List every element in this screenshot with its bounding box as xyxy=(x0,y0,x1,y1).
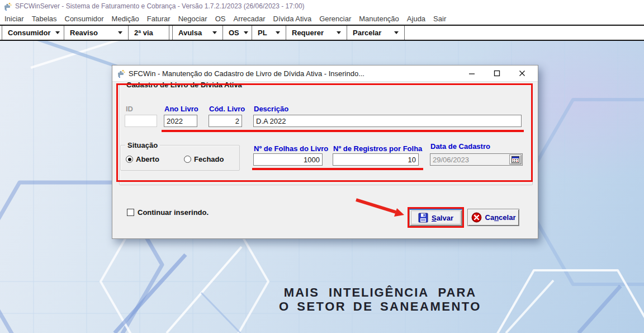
window-title: SFCWinServer - Sistema de Faturamento e … xyxy=(15,2,305,10)
toolbar-2avia-button[interactable]: 2ª via xyxy=(129,26,169,40)
data-cadastro-value: 29/06/2023 xyxy=(433,156,469,164)
watermark-slogan: MAIS INTELIGÊNCIA PARA O SETOR DE SANEAM… xyxy=(246,285,514,313)
continuar-inserindo-checkbox[interactable]: Continuar inserindo. xyxy=(127,208,209,217)
menu-gerenciar[interactable]: Gerenciar xyxy=(315,15,355,23)
checkbox-box[interactable] xyxy=(127,209,134,216)
menu-consumidor[interactable]: Consumidor xyxy=(61,15,108,23)
menu-bar: Iniciar Tabelas Consumidor Medição Fatur… xyxy=(0,12,644,25)
radio-fechado-label: Fechado xyxy=(194,155,224,163)
dropdown-arrow-icon[interactable] xyxy=(212,31,217,34)
menu-tabelas[interactable]: Tabelas xyxy=(28,15,61,23)
minimize-button[interactable] xyxy=(459,65,484,81)
folhas-field[interactable] xyxy=(253,153,323,166)
menu-arrecadar[interactable]: Arrecadar xyxy=(229,15,269,23)
id-label: ID xyxy=(126,105,133,113)
dropdown-arrow-icon[interactable] xyxy=(118,31,122,34)
radio-aberto[interactable]: Aberto xyxy=(126,155,159,163)
registros-label: Nº de Registros por Folha xyxy=(333,144,422,153)
registros-field[interactable] xyxy=(333,153,419,166)
dropdown-arrow-icon[interactable] xyxy=(394,31,399,34)
menu-negociar[interactable]: Negociar xyxy=(174,15,211,23)
save-button-label: Salvar xyxy=(432,214,453,222)
watermark-line2: O SETOR DE SANEAMENTO xyxy=(246,299,514,313)
calendar-button[interactable] xyxy=(509,154,522,165)
descricao-field[interactable] xyxy=(253,115,522,127)
menu-manutencao[interactable]: Manutenção xyxy=(355,15,403,23)
menu-iniciar[interactable]: Iniciar xyxy=(1,15,28,23)
maximize-button[interactable] xyxy=(484,65,509,81)
dialog-titlebar[interactable]: SFCWin - Manutenção do Cadastro de Livro… xyxy=(112,65,538,82)
toolbar-avulsa-label: Avulsa xyxy=(178,29,202,37)
annotation-save-frame: Salvar xyxy=(408,207,464,228)
toolbar-parcelar-label: Parcelar xyxy=(353,29,381,37)
cadastro-group-title: Cadastro de Livro de Dívida Ativa xyxy=(124,81,244,89)
cod-livro-field[interactable] xyxy=(209,115,242,127)
ano-livro-label: Ano Livro xyxy=(164,105,198,113)
cancel-button-label: Cancelar xyxy=(485,213,516,222)
cancel-icon xyxy=(471,212,482,223)
dialog-window: SFCWin - Manutenção do Cadastro de Livro… xyxy=(112,65,538,239)
save-button[interactable]: Salvar xyxy=(409,209,462,226)
toolbar-os-label: OS xyxy=(229,29,239,37)
folhas-label: Nº de Folhas do Livro xyxy=(254,144,328,153)
dialog-window-controls xyxy=(459,65,534,81)
toolbar-requerer-button[interactable]: Requerer xyxy=(286,26,347,40)
ano-livro-field[interactable] xyxy=(164,115,197,127)
radio-aberto-label: Aberto xyxy=(136,155,159,163)
dialog-icon xyxy=(117,69,125,78)
calendar-icon xyxy=(512,156,519,163)
toolbar-reaviso-label: Reaviso xyxy=(70,29,98,37)
menu-divida-ativa[interactable]: Dívida Ativa xyxy=(269,15,316,23)
menu-medicao[interactable]: Medição xyxy=(108,15,143,23)
dropdown-arrow-icon[interactable] xyxy=(55,31,60,34)
toolbar-avulsa-button[interactable]: Avulsa xyxy=(172,26,223,40)
toolbar-parcelar-button[interactable]: Parcelar xyxy=(347,26,405,40)
app-icon xyxy=(3,2,12,11)
data-cadastro-label: Data de Cadastro xyxy=(430,142,490,151)
toolbar: Consumidor Reaviso 2ª via Avulsa OS PL R… xyxy=(0,25,644,41)
data-cadastro-field[interactable]: 29/06/2023 xyxy=(430,153,523,166)
menu-ajuda[interactable]: Ajuda xyxy=(403,15,429,23)
toolbar-pl-button[interactable]: PL xyxy=(252,26,286,40)
menu-sair[interactable]: Sair xyxy=(429,15,450,23)
toolbar-pl-label: PL xyxy=(258,29,267,37)
toolbar-requerer-label: Requerer xyxy=(292,29,324,37)
watermark-line1: MAIS INTELIGÊNCIA PARA xyxy=(246,285,514,299)
minimize-icon xyxy=(467,69,476,78)
close-button[interactable] xyxy=(509,65,534,81)
checkbox-label: Continuar inserindo. xyxy=(138,208,209,217)
descricao-label: Descrição xyxy=(254,105,288,113)
cancel-button[interactable]: Cancelar xyxy=(467,209,519,226)
save-floppy-icon xyxy=(418,213,428,223)
dropdown-arrow-icon[interactable] xyxy=(244,31,248,34)
close-icon xyxy=(518,69,527,78)
dialog-title: SFCWin - Manutenção do Cadastro de Livro… xyxy=(129,69,364,78)
menu-os[interactable]: OS xyxy=(211,15,230,23)
toolbar-2avia-label: 2ª via xyxy=(134,29,153,37)
situacao-label: Situação xyxy=(125,141,160,149)
menu-faturar[interactable]: Faturar xyxy=(143,15,174,23)
toolbar-consumidor-button[interactable]: Consumidor xyxy=(2,26,64,40)
toolbar-os-button[interactable]: OS xyxy=(223,26,252,40)
toolbar-reaviso-button[interactable]: Reaviso xyxy=(64,26,129,40)
dropdown-arrow-icon[interactable] xyxy=(337,31,341,34)
id-field[interactable] xyxy=(125,115,157,127)
toolbar-consumidor-label: Consumidor xyxy=(8,29,51,37)
annotation-arrow xyxy=(353,194,409,220)
maximize-icon xyxy=(493,69,501,78)
radio-aberto-circle[interactable] xyxy=(126,156,133,163)
radio-fechado-circle[interactable] xyxy=(184,156,191,163)
app-titlebar: SFCWinServer - Sistema de Faturamento e … xyxy=(0,0,644,12)
dropdown-arrow-icon[interactable] xyxy=(276,31,280,34)
radio-fechado[interactable]: Fechado xyxy=(184,155,224,163)
dialog-body: Cadastro de Livro de Dívida Ativa ID Ano… xyxy=(112,82,538,238)
cod-livro-label: Cód. Livro xyxy=(209,105,245,113)
